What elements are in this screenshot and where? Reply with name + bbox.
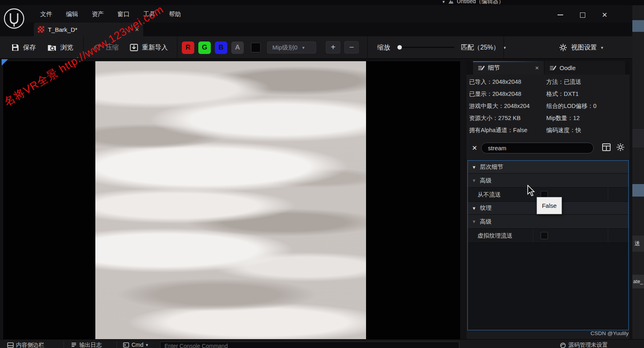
screen: ▾ Untitled（编辑器） 文件 编辑 资产 窗口 工具 帮助 ✕ (0, 0, 644, 348)
tab-oodle-label: Oodle (560, 64, 576, 71)
category-advanced-2-label: 高级 (480, 218, 492, 226)
texture-preview[interactable] (95, 61, 366, 339)
channel-blue-button[interactable]: B (215, 41, 227, 54)
mip-level-label: Mip级别0 (272, 44, 298, 52)
stat-mip-count: Mip数量：12 (546, 114, 627, 122)
console-command-input[interactable]: Enter Console Command (160, 342, 459, 348)
title-bar: 文件 编辑 资产 窗口 工具 帮助 ✕ (0, 5, 632, 23)
property-list: ▼ 层次细节 ▼ 高级 从不流送 ▼ 纹理 (467, 160, 629, 330)
menu-edit[interactable]: 编辑 (60, 9, 84, 20)
category-texture-label: 纹理 (480, 204, 492, 212)
save-icon (11, 44, 19, 52)
console-placeholder: Enter Console Command (165, 343, 228, 348)
reimport-icon (130, 43, 138, 52)
tooltip: False (537, 197, 562, 214)
search-clear-icon[interactable]: ✕ (472, 144, 477, 152)
save-label: 保存 (23, 44, 36, 52)
clipped-text: ate_ (633, 279, 643, 284)
view-settings-button[interactable]: 视图设置 ▾ (559, 36, 603, 59)
watermark-csdn: CSDN @Yuulily (591, 330, 629, 336)
texture-viewport[interactable] (3, 61, 460, 339)
bg-row (632, 129, 644, 147)
browse-label: 浏览 (60, 44, 73, 52)
content-drawer-button[interactable]: 内容侧边栏 (7, 342, 44, 348)
search-input[interactable] (481, 143, 594, 153)
asset-tab-row: T_Bark_D* ✕ (0, 23, 632, 36)
fit-dropdown[interactable]: 匹配（25%） ▾ (461, 36, 506, 59)
source-control-button[interactable]: 源码管理未设置 (560, 342, 608, 348)
content-drawer-icon (7, 342, 14, 348)
category-lod[interactable]: ▼ 层次细节 (468, 161, 628, 174)
tab-details-close-icon[interactable]: ✕ (535, 65, 539, 71)
menu-asset[interactable]: 资产 (85, 9, 110, 20)
property-virtual-texture-streaming[interactable]: 虚拟纹理流送 (468, 229, 628, 243)
browse-icon (47, 44, 57, 52)
background-window-tab-label: Untitled（编辑器） (457, 0, 504, 5)
tooltip-text: False (542, 202, 557, 209)
column-view-icon[interactable] (602, 143, 611, 151)
stat-resource-size: 资源大小：2752 KB (469, 114, 546, 122)
stat-imported: 已导入：2048x2048 (469, 78, 546, 86)
settings-gear-icon[interactable] (616, 143, 625, 151)
category-advanced-1[interactable]: ▼ 高级 (468, 174, 628, 188)
stat-displayed: 已显示：2048x2048 (469, 90, 546, 98)
stat-method: 方法：已流送 (546, 78, 627, 86)
tab-oodle[interactable]: Oodle (545, 61, 625, 75)
texture-stats: 已导入：2048x2048 方法：已流送 已显示：2048x2048 格式：DX… (469, 78, 627, 134)
category-advanced-1-label: 高级 (480, 177, 492, 184)
bg-row: 送 (632, 236, 644, 252)
channel-green-button[interactable]: G (198, 41, 211, 54)
zoom-slider-track[interactable] (399, 47, 455, 48)
close-button[interactable]: ✕ (598, 10, 611, 20)
console-type-label: Cmd (132, 342, 144, 348)
mountain-icon (448, 0, 454, 4)
reimport-button[interactable]: 重新导入 (130, 36, 168, 59)
vt-streaming-checkbox[interactable] (541, 232, 548, 239)
menu-file[interactable]: 文件 (34, 9, 59, 20)
chevron-down-icon: ▾ (442, 0, 445, 4)
maximize-button[interactable] (576, 10, 589, 20)
property-vt-streaming-label: 虚拟纹理流送 (468, 232, 533, 240)
chevron-down-icon: ▾ (601, 45, 603, 50)
texture-asset-icon (38, 26, 44, 33)
output-log-icon (71, 342, 77, 348)
fit-label: 匹配（25%） (461, 44, 500, 52)
category-lod-label: 层次细节 (480, 163, 503, 171)
stat-max-ingame: 游戏中最大：2048x204 (469, 102, 546, 110)
mip-plus-button[interactable]: + (326, 41, 340, 54)
chevron-down-icon: ▾ (146, 342, 148, 348)
mip-level-dropdown[interactable]: Mip级别0 ▾ (267, 41, 316, 54)
tab-details[interactable]: 细节 ✕ (473, 61, 544, 75)
bg-selected-row (632, 20, 644, 32)
tab-details-label: 细节 (488, 64, 500, 72)
search-row: ✕ (467, 142, 630, 155)
stat-format: 格式：DXT1 (546, 90, 627, 98)
gear-icon (559, 44, 567, 52)
channel-red-button[interactable]: R (182, 41, 194, 54)
output-log-button[interactable]: 输出日志 (71, 342, 102, 348)
minimize-button[interactable] (553, 10, 567, 20)
background-window-top: ▾ Untitled（编辑器） (0, 0, 644, 5)
background-window-tab[interactable]: ▾ Untitled（编辑器） (442, 0, 504, 5)
background-color-swatch[interactable] (251, 43, 261, 52)
zoom-slider-knob[interactable] (397, 45, 402, 50)
stat-has-alpha: 拥有Alpha通道：False (469, 126, 546, 134)
bg-row: ate_ (632, 275, 644, 288)
stat-encode-speed: 编码速度：快 (546, 126, 627, 134)
panel-tab-bar: 细节 ✕ Oodle (467, 61, 630, 75)
oodle-icon (549, 65, 556, 71)
bg-selected-row (632, 184, 644, 197)
mouse-cursor-icon (527, 185, 536, 197)
triangle-down-icon: ▼ (472, 165, 476, 170)
console-type-button[interactable]: Cmd ▾ (123, 342, 148, 348)
unreal-logo-icon[interactable] (3, 8, 25, 29)
mip-minus-button[interactable]: − (344, 41, 359, 54)
background-bottom-bar: 内容侧边栏 输出日志 Cmd ▾ Enter Console Command 源… (0, 339, 644, 348)
output-log-label: 输出日志 (79, 342, 102, 348)
category-advanced-2[interactable]: ▼ 高级 (468, 215, 628, 229)
clipped-text: 送 (634, 240, 640, 247)
reimport-label: 重新导入 (142, 44, 168, 52)
save-button[interactable]: 保存 (11, 36, 36, 59)
channel-alpha-button[interactable]: A (231, 41, 244, 54)
source-control-icon (560, 342, 566, 348)
